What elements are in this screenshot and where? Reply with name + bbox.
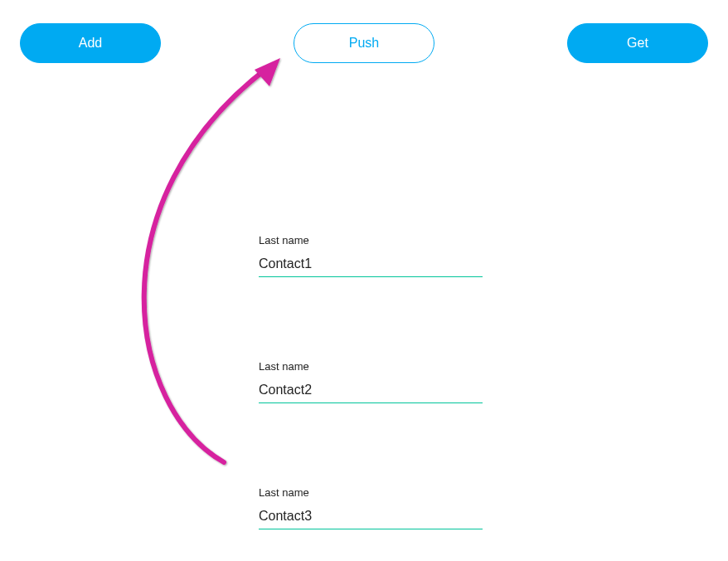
push-button[interactable]: Push: [294, 23, 434, 63]
add-button[interactable]: Add: [20, 23, 161, 63]
form-area: Last name Last name Last name: [259, 234, 483, 529]
field-group: Last name: [259, 486, 483, 529]
last-name-input[interactable]: [259, 507, 483, 529]
field-label: Last name: [259, 234, 483, 246]
last-name-input[interactable]: [259, 381, 483, 403]
field-label: Last name: [259, 486, 483, 499]
field-group: Last name: [259, 234, 483, 277]
field-label: Last name: [259, 360, 483, 373]
button-row: Add Push Get: [0, 0, 728, 63]
field-group: Last name: [259, 360, 483, 403]
get-button[interactable]: Get: [567, 23, 708, 63]
last-name-input[interactable]: [259, 255, 483, 277]
